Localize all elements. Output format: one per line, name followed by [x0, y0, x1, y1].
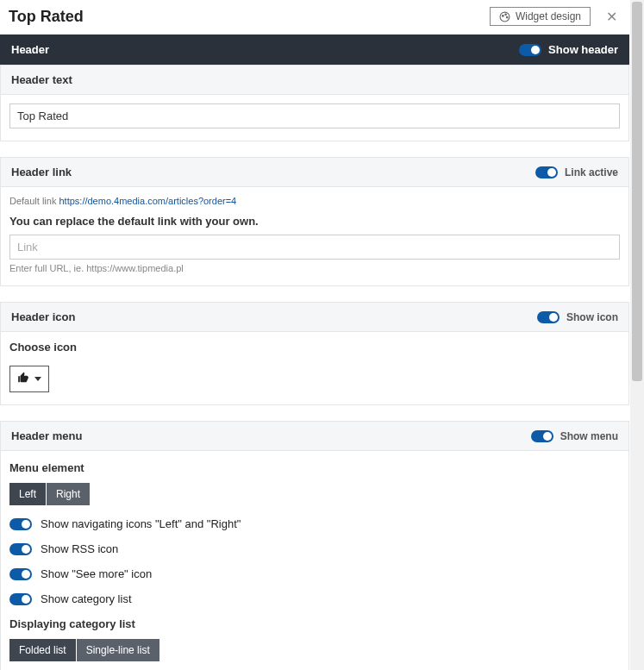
show-header-label: Show header	[548, 43, 618, 56]
see-more-toggle[interactable]	[9, 568, 32, 580]
scrollbar-thumb[interactable]	[632, 2, 642, 381]
displaying-label: Displaying category list	[9, 617, 620, 630]
show-menu-label: Show menu	[560, 430, 618, 442]
default-link[interactable]: https://demo.4media.com/articles?order=4	[59, 196, 236, 206]
header-link-label: Header link	[11, 166, 72, 178]
position-left-button[interactable]: Left	[9, 483, 46, 505]
svg-point-1	[502, 15, 503, 16]
chevron-down-icon	[34, 377, 41, 381]
header-text-label: Header text	[11, 73, 72, 86]
replace-link-label: You can replace the default link with yo…	[9, 215, 620, 228]
link-active-label: Link active	[565, 166, 618, 178]
default-link-row: Default link https://demo.4media.com/art…	[9, 196, 620, 206]
show-icon-toggle[interactable]: Show icon	[537, 311, 618, 323]
category-list-toggle[interactable]	[9, 593, 32, 605]
nav-icons-label: Show navigating icons "Left" and "Right"	[41, 517, 241, 530]
palette-icon	[499, 11, 510, 22]
show-menu-toggle[interactable]: Show menu	[531, 430, 618, 442]
header-text-section: Header text	[0, 65, 629, 95]
category-list-label: Show category list	[41, 592, 132, 605]
folded-list-button[interactable]: Folded list	[9, 639, 76, 661]
choose-icon-label: Choose icon	[9, 341, 620, 354]
header-section-label: Header	[11, 43, 49, 56]
header-section-bar: Header Show header	[0, 34, 629, 65]
header-menu-label: Header menu	[11, 429, 82, 442]
icon-picker[interactable]	[9, 366, 49, 392]
link-input[interactable]	[9, 235, 620, 260]
single-line-button[interactable]: Single-line list	[77, 639, 159, 661]
widget-design-button[interactable]: Widget design	[490, 7, 591, 26]
header-icon-section: Header icon Show icon	[0, 302, 629, 332]
rss-toggle[interactable]	[9, 543, 32, 555]
link-active-toggle[interactable]: Link active	[535, 166, 618, 178]
header-text-input[interactable]	[9, 103, 620, 128]
svg-point-2	[505, 13, 507, 15]
link-hint: Enter full URL, ie. https://www.tipmedia…	[9, 263, 620, 273]
show-header-toggle[interactable]: Show header	[519, 43, 618, 56]
show-icon-label: Show icon	[566, 311, 618, 323]
widget-design-label: Widget design	[516, 10, 581, 22]
title-bar: Top Rated Widget design ✕	[0, 0, 629, 34]
svg-point-3	[506, 16, 508, 18]
nav-icons-toggle[interactable]	[9, 518, 32, 530]
position-right-button[interactable]: Right	[47, 483, 90, 505]
see-more-label: Show "See more" icon	[41, 567, 152, 580]
header-menu-section: Header menu Show menu	[0, 421, 629, 451]
header-link-section: Header link Link active	[0, 157, 629, 187]
page-title: Top Rated	[9, 8, 84, 26]
close-icon[interactable]: ✕	[603, 9, 621, 25]
displaying-group: Folded list Single-line list	[9, 639, 159, 661]
menu-position-group: Left Right	[9, 483, 90, 505]
scrollbar[interactable]	[630, 0, 644, 670]
thumbs-up-icon	[17, 372, 29, 386]
rss-label: Show RSS icon	[41, 542, 118, 555]
header-icon-label: Header icon	[11, 310, 75, 323]
menu-element-label: Menu element	[9, 461, 620, 474]
